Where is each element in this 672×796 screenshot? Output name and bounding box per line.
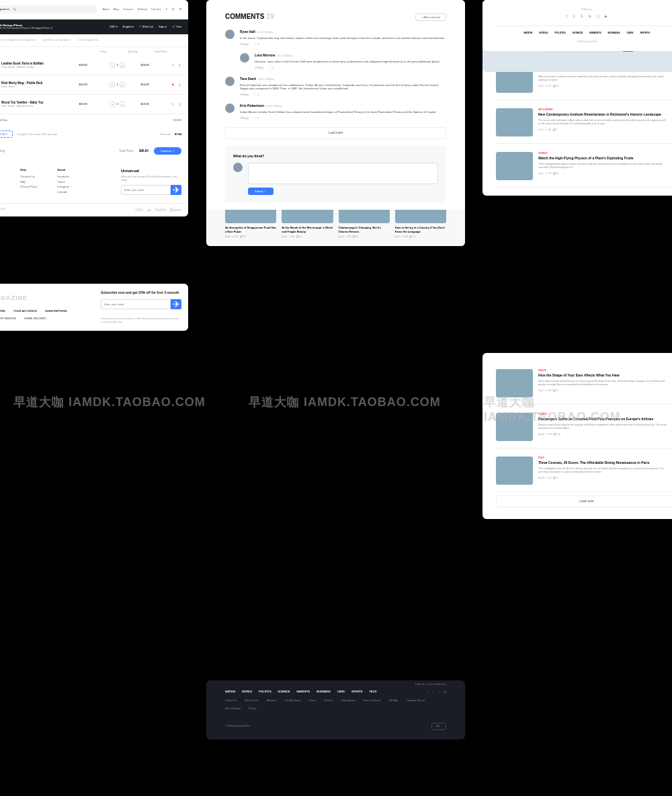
footer-link[interactable]: LinkedIn: [57, 190, 69, 194]
qty-minus[interactable]: −: [110, 102, 115, 107]
story-row[interactable]: HEALTHHow the Shape of Your Ears Affects…: [496, 369, 672, 405]
footer-link[interactable]: Partners: [324, 699, 333, 703]
instagram-icon[interactable]: ◻: [597, 14, 599, 19]
reply-button[interactable]: ⟲ Reply: [255, 67, 263, 70]
checkout-step[interactable]: CONFIRMATION: [78, 38, 99, 42]
footer-link[interactable]: Career: [308, 699, 316, 703]
twitter-icon[interactable]: 𝕏: [432, 690, 434, 694]
comment-author[interactable]: Kris Robertson: [240, 104, 264, 108]
checkout-step[interactable]: CUSTOMER INFORMATION: [1, 38, 36, 42]
footer-link[interactable]: Privacy: [249, 707, 256, 711]
footer-link[interactable]: Contacts Us: [20, 175, 37, 179]
story-row[interactable]: ART & DESIGNNew Contemporary Institute R…: [496, 108, 672, 144]
signin-link[interactable]: Sign in: [159, 25, 167, 29]
load-more-button[interactable]: Load more: [225, 127, 446, 139]
footer-nav-link[interactable]: SCIENCE: [278, 690, 290, 694]
footer-link[interactable]: Home Delivery: [225, 707, 241, 711]
promo-code-input[interactable]: D05K-O254 ✓: [0, 130, 13, 138]
like-button[interactable]: ♡ 4: [254, 43, 259, 46]
facebook-icon[interactable]: f: [427, 690, 428, 694]
comment-author[interactable]: Tara Stark: [240, 77, 256, 81]
footer-nav-link[interactable]: POLITICS: [555, 32, 566, 35]
footer-nav-link[interactable]: NATION: [225, 690, 235, 694]
story-row[interactable]: FLIGHTSPassengers Suffer as Crowded Fiel…: [496, 413, 672, 448]
favorite-icon[interactable]: ♥: [171, 82, 174, 87]
top-nav-link[interactable]: Blog: [114, 7, 119, 11]
qty-plus[interactable]: +: [120, 82, 125, 87]
footer-link[interactable]: FAQ: [20, 180, 37, 184]
back-to-top[interactable]: Top ↑: [431, 723, 446, 730]
category-dropdown[interactable]: All categories ▾: [0, 7, 9, 11]
language-select[interactable]: English ▾: [123, 25, 134, 29]
footer-nav-link[interactable]: CARS: [337, 690, 345, 694]
checkout-step[interactable]: SHIPPING & PAYMENT: [42, 38, 71, 42]
footer-nav-link[interactable]: BUSINESS: [608, 32, 620, 35]
qty-minus[interactable]: −: [110, 63, 115, 68]
search-box[interactable]: All categories ▾ 🔍: [0, 5, 97, 13]
remove-icon[interactable]: 🗑: [178, 63, 181, 68]
nav-link[interactable]: HOME DELIVERY: [24, 317, 46, 321]
instagram-icon[interactable]: ◻: [438, 690, 440, 694]
footer-link[interactable]: Facebook: [57, 175, 69, 179]
footer-nav-link[interactable]: WORLD: [242, 690, 252, 694]
nav-link[interactable]: SUBSCRIPTIONS: [45, 309, 67, 313]
reply-textarea[interactable]: [248, 163, 438, 184]
footer-link[interactable]: Your Ad Choice: [284, 699, 300, 703]
twitter-icon[interactable]: 𝕏: [172, 7, 174, 11]
add-comment-button[interactable]: + Add comment: [415, 13, 446, 21]
footer-link[interactable]: Customer Service: [406, 699, 425, 703]
footer-nav-link[interactable]: BUSINESS: [317, 690, 330, 694]
favorite-icon[interactable]: ♥: [171, 102, 174, 107]
footer-nav-link[interactable]: TECH: [369, 690, 376, 694]
currency-select[interactable]: USD ▾: [110, 25, 118, 29]
footer-link[interactable]: Contact Us: [225, 699, 237, 703]
reply-button[interactable]: ⟲ Reply: [240, 117, 249, 120]
story-row[interactable]: FOODThree Courses, 20 Euros: The Afforda…: [496, 456, 672, 492]
email-input[interactable]: [121, 185, 171, 195]
remove-icon[interactable]: 🗑: [178, 102, 181, 107]
like-button[interactable]: ♡ 4: [254, 93, 259, 97]
top-nav-link[interactable]: Contacts: [123, 7, 134, 11]
footer-nav-link[interactable]: POLITICS: [259, 690, 271, 694]
footer-nav-link[interactable]: SPORTS: [640, 32, 649, 35]
top-nav-link[interactable]: Carriers: [151, 7, 161, 11]
youtube-icon[interactable]: ▶: [605, 14, 607, 19]
footer-nav-link[interactable]: SPORTS: [351, 690, 362, 694]
continue-button[interactable]: Continue →: [154, 147, 181, 155]
like-button[interactable]: ♡ 4: [269, 67, 274, 70]
email-submit-button[interactable]: ✈: [171, 299, 181, 309]
email-submit-button[interactable]: ✈: [171, 185, 181, 195]
nav-link[interactable]: TERMS OF SERVICE: [0, 317, 16, 321]
email-input[interactable]: [101, 299, 171, 309]
footer-link[interactable]: Twitter: [57, 180, 69, 184]
footer-link[interactable]: Terms of Service: [363, 699, 380, 703]
reply-button[interactable]: ⟲ Reply: [240, 93, 249, 97]
cart-link[interactable]: 🛒 Cart: [172, 25, 181, 29]
footer-link[interactable]: Subscriptions: [341, 699, 355, 703]
footer-nav-link[interactable]: NATION: [523, 32, 532, 35]
gift-label[interactable]: Ship to a Gift Box: [0, 118, 7, 122]
footer-link[interactable]: Site Map: [388, 699, 398, 703]
nav-link[interactable]: YOUR AD CHOICE: [13, 309, 37, 313]
reply-button[interactable]: ⟲ Reply: [240, 43, 249, 46]
comment-author[interactable]: Lora Morrow: [255, 53, 275, 57]
facebook-icon[interactable]: f: [566, 14, 566, 19]
submit-button[interactable]: Submit →: [248, 188, 274, 195]
wishlist-link[interactable]: ♡ Wish List: [139, 25, 153, 29]
comment-author[interactable]: Ryan Hall: [240, 30, 255, 34]
youtube-icon[interactable]: ▶: [444, 690, 446, 694]
favorite-icon[interactable]: ♥: [171, 63, 174, 68]
qty-minus[interactable]: −: [110, 82, 115, 87]
linkedin-icon[interactable]: in: [589, 14, 591, 19]
footer-nav-link[interactable]: MARKETS: [296, 690, 310, 694]
footer-nav-link[interactable]: CARS: [626, 32, 633, 35]
footer-link[interactable]: Instagram: [57, 185, 69, 189]
footer-link[interactable]: Work with Us: [245, 699, 259, 703]
footer-link[interactable]: Advertise: [267, 699, 277, 703]
story-row[interactable]: SCIENCEWatch the High-Flying Physics of …: [496, 152, 672, 188]
like-button[interactable]: ♡ 4: [254, 117, 259, 120]
footer-link[interactable]: Privacy Policy: [20, 185, 37, 189]
footer-nav-link[interactable]: MARKETS: [589, 32, 601, 35]
footer-nav-link[interactable]: SCIENCE: [573, 32, 583, 35]
twitter-icon[interactable]: 𝕏: [573, 14, 575, 19]
